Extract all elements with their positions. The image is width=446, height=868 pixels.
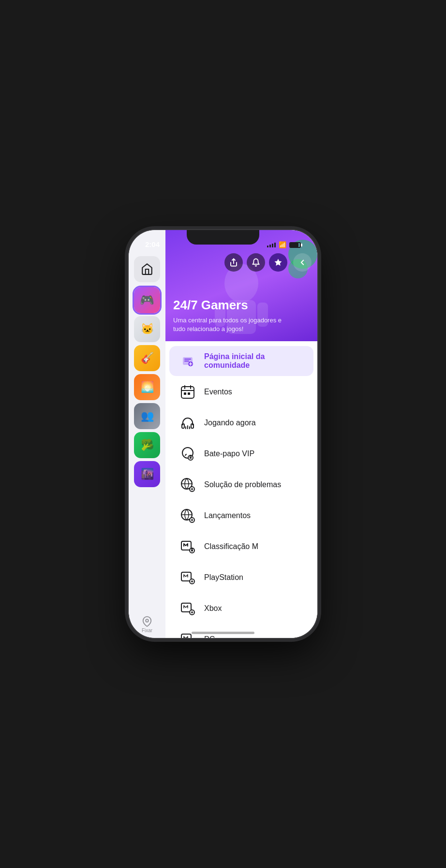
svg-rect-23 <box>190 457 192 459</box>
sidebar: 🎮 🐱 🎸 🌅 👥 <box>129 230 165 638</box>
back-button[interactable] <box>293 253 312 272</box>
svg-rect-15 <box>188 392 190 395</box>
menu-item-home-community[interactable]: Página inicial da comunidade <box>169 346 313 376</box>
menu-item-label-pc: PC <box>204 635 215 638</box>
chat-lock-icon <box>179 445 196 463</box>
menu-item-playing-now[interactable]: Jogando agora <box>169 408 313 438</box>
menu-item-label-playstation: PlayStation <box>204 573 243 582</box>
notch <box>187 230 259 245</box>
menu-item-label-launches: Lançamentos <box>204 511 251 520</box>
hero-info: 24/7 Gamers Uma central para todos os jo… <box>173 298 288 333</box>
headphones-icon <box>179 414 196 432</box>
svg-rect-35 <box>181 634 191 638</box>
calendar-icon <box>179 383 196 401</box>
status-time: 2:04 <box>140 240 160 248</box>
channel-menu: Página inicial da comunidade <box>165 341 317 638</box>
menu-item-label-troubleshoot: Solução de problemas <box>204 480 281 489</box>
svg-rect-30 <box>191 550 193 551</box>
menu-item-launches[interactable]: Lançamentos <box>169 501 313 531</box>
home-indicator <box>192 632 254 634</box>
phone-frame: 2:04 📶 <box>129 230 317 638</box>
pin-label: Fixar <box>142 628 152 633</box>
menu-item-label-xbox: Xbox <box>204 604 222 613</box>
menu-item-xbox[interactable]: Xbox <box>169 593 313 623</box>
sidebar-item-veggies[interactable]: 🥦 <box>134 432 160 458</box>
hero-actions <box>224 253 312 272</box>
status-indicators: 📶 <box>267 241 306 248</box>
share-button[interactable] <box>224 253 243 272</box>
star-button[interactable] <box>269 253 287 272</box>
pin-button[interactable]: Fixar <box>142 616 152 633</box>
launches-icon <box>179 507 196 524</box>
sidebar-item-people[interactable]: 👥 <box>134 403 160 429</box>
sidebar-item-sunset[interactable]: 🌅 <box>134 374 160 400</box>
menu-item-label-home-community: Página inicial da comunidade <box>204 352 304 370</box>
svg-rect-14 <box>184 392 186 395</box>
menu-item-playstation[interactable]: PlayStation <box>169 563 313 593</box>
notification-button[interactable] <box>247 253 265 272</box>
menu-item-events[interactable]: Eventos <box>169 377 313 407</box>
sidebar-item-guitar[interactable]: 🎸 <box>134 345 160 371</box>
sidebar-item-home[interactable] <box>134 256 160 282</box>
menu-item-vip-chat[interactable]: Bate-papo VIP <box>169 439 313 469</box>
wifi-icon: 📶 <box>279 241 286 248</box>
menu-item-label-playing-now: Jogando agora <box>204 419 256 427</box>
sidebar-item-cat[interactable]: 🐱 <box>134 316 160 342</box>
hero-description: Uma central para todos os jogadores e tu… <box>173 316 288 333</box>
svg-rect-10 <box>181 387 194 398</box>
signal-icon <box>267 243 276 247</box>
menu-item-rating-m[interactable]: Classificação M <box>169 532 313 562</box>
hero-title: 24/7 Gamers <box>173 298 288 313</box>
rating-icon <box>179 538 196 555</box>
menu-item-pc[interactable]: PC <box>169 624 313 638</box>
menu-item-label-vip-chat: Bate-papo VIP <box>204 449 254 458</box>
menu-item-troubleshoot[interactable]: Solução de problemas <box>169 470 313 500</box>
menu-item-label-events: Eventos <box>204 388 232 396</box>
menu-item-label-rating-m: Classificação M <box>204 542 258 551</box>
sidebar-item-city[interactable]: 🌆 <box>134 461 160 487</box>
main-panel: 24/7 Gamers Uma central para todos os jo… <box>165 230 317 638</box>
battery-icon <box>289 242 301 248</box>
community-icon <box>179 352 196 370</box>
xbox-icon <box>179 600 196 617</box>
svg-marker-6 <box>275 259 282 266</box>
svg-point-0 <box>146 619 149 622</box>
globe-chat-icon <box>179 476 196 493</box>
phone-screen: 2:04 📶 <box>129 230 317 638</box>
sidebar-item-gaming[interactable]: 🎮 <box>134 287 160 313</box>
playstation-icon <box>179 569 196 586</box>
